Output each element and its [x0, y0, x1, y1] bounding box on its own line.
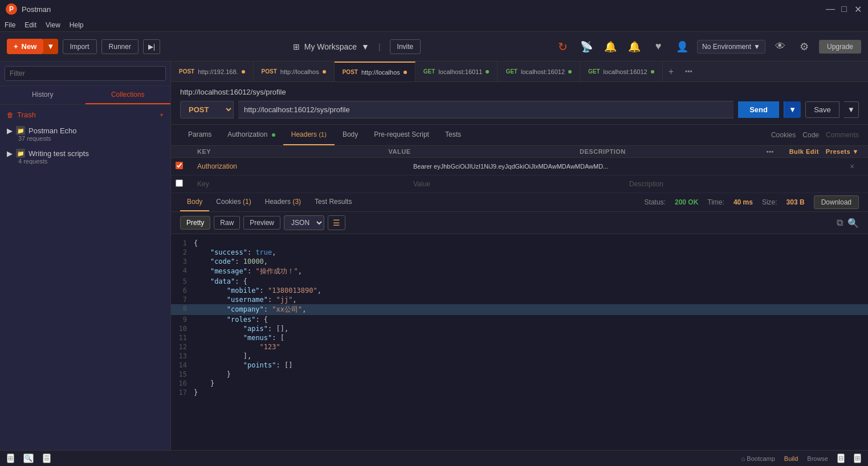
sync-button[interactable]: ↻ — [553, 38, 572, 56]
menu-help[interactable]: Help — [70, 21, 84, 29]
search-button[interactable]: 🔍 — [23, 453, 34, 463]
search-response-button[interactable]: 🔍 — [847, 218, 859, 228]
env-gear-button[interactable]: ⚙ — [795, 38, 813, 56]
invite-button[interactable]: Invite — [390, 39, 421, 54]
layout-toggle-button[interactable]: ⊟ — [837, 453, 845, 463]
tab-collections[interactable]: Collections — [85, 86, 171, 104]
browse-item[interactable]: Browse — [807, 453, 828, 463]
method-select[interactable]: POST GET PUT DELETE — [180, 101, 234, 118]
menu-edit[interactable]: Edit — [25, 21, 36, 29]
request-tab-2[interactable]: POST http://localhos — [335, 62, 415, 82]
workspace-label[interactable]: My Workspace — [304, 42, 357, 51]
tab-params[interactable]: Params — [180, 125, 219, 145]
row-1-check[interactable] — [176, 179, 193, 189]
heart-button[interactable]: ♥ — [649, 38, 667, 56]
user-button[interactable]: 👤 — [673, 38, 691, 56]
copy-button[interactable]: ⧉ — [837, 218, 843, 228]
row-1-key[interactable]: Key — [193, 178, 409, 190]
table-row-1: Key Value Description — [171, 175, 868, 193]
download-button[interactable]: Download — [814, 195, 859, 209]
row-0-check[interactable] — [176, 162, 193, 171]
toolbar: + New ▼ Import Runner ▶| ⊞ My Workspace … — [0, 32, 868, 62]
response-tab-tests[interactable]: Test Results — [308, 193, 358, 211]
menu-view[interactable]: View — [46, 21, 60, 29]
row-0-desc[interactable] — [625, 164, 841, 169]
tab-url-1: http://localhos — [280, 68, 319, 75]
grid-toggle-button[interactable]: ⊞ — [854, 453, 861, 463]
close-button[interactable]: ✕ — [853, 5, 862, 14]
format-preview[interactable]: Preview — [243, 216, 280, 230]
tab-authorization[interactable]: Authorization — [219, 125, 283, 145]
bell-button[interactable]: 🔔 — [625, 38, 643, 56]
response-tab-headers[interactable]: Headers (3) — [258, 193, 308, 211]
row-1-checkbox[interactable] — [176, 179, 183, 187]
tab-pre-request[interactable]: Pre-request Script — [366, 125, 437, 145]
format-pretty[interactable]: Pretty — [180, 216, 210, 230]
row-1-desc[interactable]: Description — [625, 178, 841, 190]
environment-dropdown[interactable]: No Environment ▼ — [697, 40, 765, 54]
bulk-edit-button[interactable]: Bulk Edit — [789, 148, 819, 155]
request-tab-3[interactable]: GET localhost:16011 — [415, 62, 498, 82]
bootcamp-item[interactable]: ⌂ Bootcamp — [741, 453, 775, 463]
request-tab-4[interactable]: GET localhost:16012 — [498, 62, 580, 82]
tab-url-3: localhost:16011 — [438, 68, 482, 75]
code-link[interactable]: Code — [802, 131, 819, 139]
col-actions-header: ••• — [767, 148, 789, 155]
tab-dot-5 — [651, 70, 654, 73]
headers-count: (1) — [319, 131, 326, 138]
titlebar-controls[interactable]: — □ ✕ — [826, 5, 862, 14]
more-actions-icon[interactable]: ••• — [767, 148, 774, 155]
row-0-value[interactable]: Bearer eyJhbGciOiJIUzI1NiJ9.eyJqdGkiOiJl… — [409, 161, 625, 172]
json-format-select[interactable]: JSON XML HTML — [284, 215, 324, 230]
import-button[interactable]: Import — [63, 39, 97, 54]
collection-postman-echo[interactable]: ▶ 📁 Postman Echo 37 requests — [2, 122, 168, 145]
runner-button[interactable]: Runner — [101, 39, 138, 54]
url-input[interactable] — [238, 101, 733, 118]
build-item[interactable]: Build — [784, 453, 798, 463]
format-raw[interactable]: Raw — [214, 216, 240, 230]
new-button-group[interactable]: + New ▼ — [7, 39, 58, 54]
console-button[interactable]: ☰ — [43, 453, 51, 463]
upgrade-button[interactable]: Upgrade — [819, 40, 861, 54]
minimize-button[interactable]: — — [826, 5, 835, 14]
request-tab-0[interactable]: POST http://192.168. — [171, 62, 254, 82]
menu-file[interactable]: File — [5, 21, 15, 29]
env-eye-button[interactable]: 👁 — [771, 38, 789, 56]
new-button[interactable]: + New — [7, 39, 43, 54]
workspace-chevron[interactable]: ▼ — [361, 42, 369, 51]
send-dropdown[interactable]: ▼ — [784, 101, 801, 118]
comments-link[interactable]: Comments — [826, 131, 859, 139]
table-row-0: Authorization Bearer eyJhbGciOiJIUzI1NiJ… — [171, 158, 868, 175]
request-tab-5[interactable]: GET localhost:16012 — [580, 62, 663, 82]
tab-history[interactable]: History — [0, 86, 85, 104]
capture-button[interactable]: ▶| — [143, 39, 160, 54]
tab-headers[interactable]: Headers (1) — [283, 125, 335, 145]
tab-tests[interactable]: Tests — [437, 125, 469, 145]
response-tab-body[interactable]: Body — [180, 193, 209, 211]
notifications-button[interactable]: 🔔 — [601, 38, 620, 56]
row-0-delete[interactable]: × — [850, 162, 854, 171]
save-dropdown[interactable]: ▼ — [844, 101, 859, 118]
layout-button[interactable]: ⊞ — [7, 453, 14, 463]
add-tab-button[interactable]: + — [663, 67, 679, 77]
sidebar-item-trash[interactable]: 🗑 Trash + — [2, 107, 168, 122]
presets-button[interactable]: Presets ▼ — [826, 148, 859, 155]
save-button[interactable]: Save — [805, 101, 840, 118]
wrap-button[interactable]: ☰ — [328, 215, 345, 230]
tab-body[interactable]: Body — [335, 125, 366, 145]
maximize-button[interactable]: □ — [840, 5, 849, 14]
new-collection-icon[interactable]: + — [160, 111, 164, 119]
interceptor-button[interactable]: 📡 — [577, 38, 596, 56]
filter-input[interactable] — [5, 66, 166, 81]
send-button[interactable]: Send — [738, 101, 779, 118]
collection-writing-test[interactable]: ▶ 📁 Writing test scripts 4 requests — [2, 145, 168, 168]
new-button-dropdown[interactable]: ▼ — [43, 39, 58, 54]
cookies-link[interactable]: Cookies — [771, 131, 796, 139]
response-tab-cookies[interactable]: Cookies (1) — [209, 193, 258, 211]
row-0-checkbox[interactable] — [176, 162, 183, 169]
collection-folder-icon-2: 📁 — [16, 149, 25, 158]
more-tabs-button[interactable]: ••• — [679, 68, 698, 76]
request-tab-1[interactable]: POST http://localhos — [254, 62, 335, 82]
row-0-key[interactable]: Authorization — [193, 160, 409, 173]
row-1-value[interactable]: Value — [409, 178, 625, 190]
